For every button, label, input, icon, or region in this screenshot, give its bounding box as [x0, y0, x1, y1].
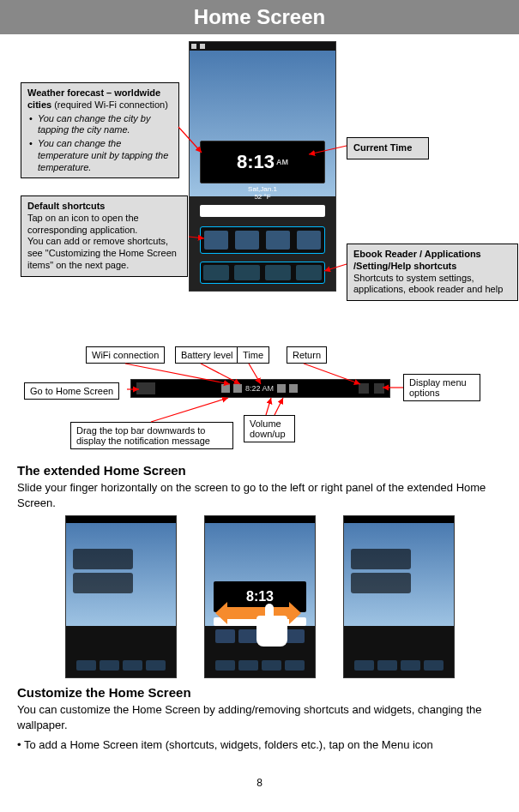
svg-line-10	[151, 398, 228, 422]
callout-ebook-body: Shortcuts to system settings, applicatio…	[353, 273, 503, 295]
screenshot-date: Sat,Jan.1 52 °F	[190, 185, 335, 201]
swipe-gesture-icon	[227, 600, 296, 648]
callout-weather: Weather forecast – worldwide cities (req…	[21, 82, 179, 178]
body-customize-2: • To add a Home Screen item (shortcuts, …	[17, 737, 502, 753]
callout-shortcuts-heading: Default shortcuts	[27, 201, 105, 211]
panel-right	[343, 515, 455, 678]
screenshot-search-bar	[200, 205, 325, 217]
label-wifi: WiFi connection	[86, 346, 165, 364]
upper-diagram: 8:13AM Sat,Jan.1 52 °F Weather forecast …	[17, 41, 502, 333]
callout-current-time: Current Time	[347, 137, 429, 159]
status-center: 8:22 AM	[160, 384, 359, 393]
page-title: Home Screen	[0, 0, 519, 34]
clock-ampm: AM	[276, 158, 288, 166]
return-icon	[359, 383, 369, 394]
svg-line-11	[266, 398, 271, 415]
svg-line-12	[275, 398, 283, 415]
panel-left	[65, 515, 177, 678]
label-time: Time	[237, 346, 269, 364]
panel-center: 8:13	[204, 515, 316, 678]
status-bar-diagram: 8:22 AM WiFi connection Battery level Ti…	[17, 336, 502, 456]
callout-shortcuts-body: Tap on an icon to open the corresponding…	[27, 213, 177, 270]
heading-extended: The extended Home Screen	[17, 463, 502, 478]
status-bar: 8:22 AM	[130, 379, 390, 398]
callout-weather-heading-rest: (required Wi-Fi connection)	[51, 99, 168, 110]
callout-weather-bullet1: You can change the city by tapping the c…	[29, 113, 172, 137]
extended-panels: 8:13	[65, 515, 502, 678]
screenshot-bottom-shortcuts	[200, 262, 325, 284]
page-number: 8	[17, 777, 502, 789]
menu-icon	[374, 383, 384, 394]
home-icon	[136, 382, 155, 394]
volume-down-icon	[277, 384, 286, 393]
label-display-menu: Display menu options	[403, 374, 480, 401]
screenshot-clock: 8:13AM	[200, 141, 325, 183]
body-extended: Slide your finger horizontally on the sc…	[17, 480, 502, 510]
label-battery: Battery level	[175, 346, 239, 364]
callout-ebook-heading: Ebook Reader / Applications /Setting/Hel…	[353, 249, 481, 271]
wifi-icon	[221, 384, 230, 393]
screenshot-app-shortcuts	[200, 226, 325, 254]
clock-time: 8:13	[237, 151, 275, 173]
battery-icon	[233, 384, 242, 393]
body-customize-1: You can customize the Home Screen by add…	[17, 702, 502, 732]
label-return: Return	[287, 346, 327, 364]
label-go-home: Go to Home Screen	[24, 382, 119, 400]
callout-ebook: Ebook Reader / Applications /Setting/Hel…	[347, 244, 518, 301]
label-volume: Volume down/up	[244, 415, 295, 442]
callout-default-shortcuts: Default shortcuts Tap on an icon to open…	[21, 195, 188, 277]
screenshot-wallpaper: 8:13AM Sat,Jan.1 52 °F	[190, 51, 335, 196]
label-drag-bar: Drag the top bar downwards to display th…	[70, 422, 233, 449]
status-time: 8:22 AM	[245, 384, 274, 393]
callout-weather-bullet2: You can change the temperature unit by t…	[29, 138, 172, 173]
heading-customize: Customize the Home Screen	[17, 685, 502, 700]
screenshot-status-bar	[190, 42, 335, 51]
home-screenshot: 8:13AM Sat,Jan.1 52 °F	[189, 41, 336, 292]
volume-up-icon	[289, 384, 298, 393]
